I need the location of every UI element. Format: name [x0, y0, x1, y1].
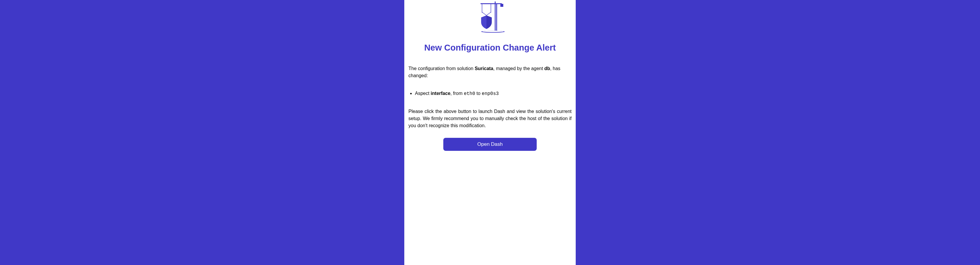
change-to-label: to	[475, 91, 482, 96]
svg-rect-2	[500, 4, 503, 7]
svg-line-9	[487, 12, 491, 15]
change-from-value: eth0	[464, 91, 475, 96]
intro-prefix: The configuration from solution	[409, 66, 475, 71]
change-aspect: interface	[431, 91, 450, 96]
svg-line-8	[482, 12, 487, 15]
recommendation-text: Please click the above button to launch …	[409, 108, 571, 129]
open-dash-button[interactable]: Open Dash	[443, 138, 537, 151]
svg-point-11	[482, 31, 504, 32]
change-from-label: , from	[450, 91, 464, 96]
alert-title: New Configuration Change Alert	[409, 43, 571, 53]
change-prefix: Aspect	[415, 91, 431, 96]
button-container: Open Dash	[409, 138, 571, 151]
svg-rect-4	[496, 4, 497, 31]
svg-rect-5	[495, 2, 496, 3]
intro-text: The configuration from solution Suricata…	[409, 65, 571, 79]
crane-shield-icon	[475, 2, 505, 33]
logo-container	[409, 0, 571, 33]
svg-rect-0	[480, 3, 502, 4]
changes-list: Aspect interface, from eth0 to enp0s3	[409, 90, 571, 97]
solution-name: Suricata	[475, 66, 493, 71]
change-item: Aspect interface, from eth0 to enp0s3	[415, 90, 571, 97]
alert-card: New Configuration Change Alert The confi…	[404, 0, 576, 265]
svg-rect-3	[495, 3, 496, 31]
intro-middle: , managed by the agent	[493, 66, 544, 71]
change-to-value: enp0s3	[482, 91, 499, 96]
agent-name: db	[544, 66, 550, 71]
